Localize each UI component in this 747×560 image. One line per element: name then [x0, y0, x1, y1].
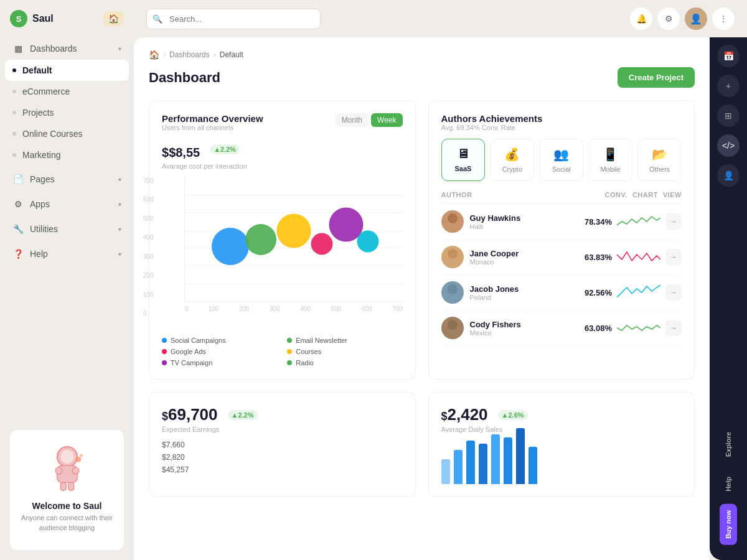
rp-calendar-button[interactable]: 📅	[717, 45, 740, 67]
sidebar-item-marketing[interactable]: Marketing	[5, 144, 129, 166]
notifications-button[interactable]: 🔔	[630, 7, 652, 30]
explore-label[interactable]: Explore	[720, 424, 737, 464]
bar-3	[466, 441, 475, 484]
cat-tab-crypto[interactable]: 💰 Crypto	[490, 139, 534, 181]
sidebar: S Saul 🏠 ▦ Dashboards ▾ Default	[0, 0, 134, 560]
content-inner: 🏠 › Dashboards › Default Dashboard Creat…	[134, 37, 747, 560]
saas-icon: 🖥	[457, 147, 469, 161]
view-button[interactable]: →	[665, 320, 682, 336]
utilities-icon: 🔧	[12, 223, 24, 235]
sidebar-footer: Welcome to Saul Anyone can connect with …	[0, 420, 134, 560]
nav-section-pages: 📄 Pages ▾	[5, 168, 129, 190]
nav-dot-online-courses	[12, 132, 16, 136]
mini-chart	[617, 213, 660, 230]
welcome-title: Welcome to Saul	[20, 501, 114, 511]
cat-tab-others[interactable]: 📂 Others	[637, 139, 682, 181]
sidebar-item-projects[interactable]: Projects	[5, 102, 129, 123]
right-panel: 📅 + ⊞ </> 👤 Explore Help Buy now	[710, 37, 747, 560]
period-month-button[interactable]: Month	[336, 113, 369, 127]
rp-user-button[interactable]: 👤	[717, 164, 740, 187]
earnings-badge: ▲2.2%	[228, 410, 258, 420]
pages-icon: 📄	[12, 174, 24, 185]
earnings-value: $69,700	[162, 405, 218, 424]
sidebar-pages-label: Pages	[30, 174, 55, 184]
sidebar-projects-label: Projects	[22, 108, 54, 118]
daily-sales-card: $2,420 ▲2.6% Average Daily Sales	[428, 392, 695, 497]
sidebar-item-help[interactable]: ❓ Help ▾	[5, 243, 129, 265]
bottom-stats: $69,700 ▲2.2% Expected Earnings $7,660 $…	[149, 392, 695, 497]
svg-point-10	[444, 224, 461, 233]
legend-email: Email Newsletter	[287, 337, 402, 344]
sidebar-nav: ▦ Dashboards ▾ Default eCommerce	[0, 37, 134, 420]
cat-tab-mobile[interactable]: 📱 Mobile	[588, 139, 632, 181]
bubble-chart-container: 7006005004003002001000	[162, 177, 403, 317]
bubble-googleads	[311, 233, 333, 255]
perf-header: Performance Overview Users from all chan…	[162, 113, 403, 131]
cat-tab-saas[interactable]: 🖥 SaaS	[441, 139, 486, 181]
svg-rect-5	[60, 483, 66, 491]
welcome-text: Anyone can connect with their audience b…	[20, 513, 114, 533]
authors-table-header: AUTHOR CONV. CHART VIEW	[441, 191, 682, 204]
view-button[interactable]: →	[665, 249, 682, 265]
authors-subtitle: Avg. 69.34% Conv. Rate	[441, 124, 682, 131]
bubble-social	[212, 228, 249, 265]
sidebar-toggle-button[interactable]: 🏠	[103, 11, 124, 26]
sidebar-ecommerce-label: eCommerce	[22, 86, 70, 96]
logo-icon: S	[10, 10, 27, 27]
app-name: Saul	[32, 13, 54, 24]
sidebar-item-apps[interactable]: ⚙ Apps ▾	[5, 193, 129, 215]
topbar: 🔍 🔔 ⚙ 👤 ⋮	[134, 0, 747, 37]
mini-chart	[617, 284, 660, 301]
main-area: 🔍 🔔 ⚙ 👤 ⋮ 🏠 › Dashboards › Default	[134, 0, 747, 560]
cat-tab-social[interactable]: 👥 Social	[539, 139, 583, 181]
bar-chart	[441, 441, 682, 484]
rp-code-button[interactable]: </>	[717, 134, 740, 157]
create-project-button[interactable]: Create Project	[618, 67, 695, 88]
breadcrumb-home-icon[interactable]: 🏠	[149, 50, 159, 60]
search-input[interactable]	[146, 9, 321, 29]
buynow-label[interactable]: Buy now	[720, 504, 737, 545]
category-tabs: 🖥 SaaS 💰 Crypto 👥 Social	[441, 139, 682, 181]
dashboard-grid: Performance Overview Users from all chan…	[149, 100, 695, 380]
daily-value: $2,420	[441, 405, 488, 424]
bubble-chart: 0100200300400500600700	[184, 177, 403, 302]
breadcrumb-current: Default	[220, 50, 243, 59]
metric-desc: Avarage cost per interaction	[162, 162, 403, 170]
apps-icon: ⚙	[12, 198, 24, 210]
perf-title: Performance Overview	[162, 113, 263, 124]
sidebar-item-default[interactable]: Default	[5, 60, 129, 81]
view-button[interactable]: →	[665, 213, 682, 230]
perf-subtitle: Users from all channels	[162, 124, 263, 131]
topbar-right: 🔔 ⚙ 👤 ⋮	[630, 7, 735, 30]
authors-header: Authors Achievements Avg. 69.34% Conv. R…	[441, 113, 682, 131]
menu-button[interactable]: ⋮	[712, 7, 735, 30]
rp-grid-button[interactable]: ⊞	[717, 105, 740, 127]
period-week-button[interactable]: Week	[371, 113, 402, 127]
sidebar-item-dashboards[interactable]: ▦ Dashboards ▾	[5, 37, 129, 60]
period-toggle: Month Week	[336, 113, 403, 127]
rp-add-button[interactable]: +	[717, 75, 740, 97]
breadcrumb-dashboards[interactable]: Dashboards	[169, 50, 210, 59]
nav-dot-default	[12, 68, 16, 72]
legend-tv: TV Campaign	[162, 359, 277, 366]
nav-section-dashboards: ▦ Dashboards ▾ Default eCommerce	[5, 37, 129, 166]
sidebar-item-utilities[interactable]: 🔧 Utilities ▾	[5, 218, 129, 240]
sidebar-default-label: Default	[22, 65, 52, 75]
authors-title: Authors Achievements	[441, 113, 682, 124]
page-title-row: Dashboard Create Project	[149, 67, 695, 88]
svg-point-13	[448, 284, 458, 294]
y-axis: 7006005004003002001000	[143, 177, 154, 317]
user-avatar[interactable]: 👤	[685, 7, 707, 30]
nav-dot-ecommerce	[12, 90, 16, 93]
sidebar-item-ecommerce[interactable]: eCommerce	[5, 81, 129, 102]
nav-section-apps: ⚙ Apps ▾	[5, 193, 129, 215]
sidebar-item-online-courses[interactable]: Online Courses	[5, 123, 129, 144]
view-button[interactable]: →	[665, 284, 682, 301]
content-main: 🏠 › Dashboards › Default Dashboard Creat…	[134, 37, 710, 560]
sidebar-item-pages[interactable]: 📄 Pages ▾	[5, 168, 129, 190]
daily-badge: ▲2.6%	[498, 410, 528, 420]
chevron-down-icon: ▾	[118, 226, 121, 233]
settings-button[interactable]: ⚙	[657, 7, 680, 30]
help-label[interactable]: Help	[720, 469, 737, 499]
help-icon: ❓	[12, 248, 24, 259]
